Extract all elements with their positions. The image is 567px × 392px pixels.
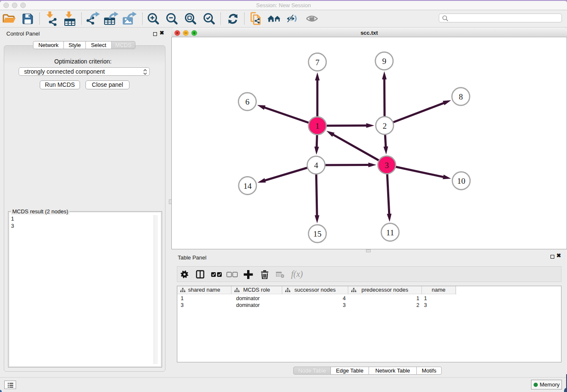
svg-text:1: 1	[315, 121, 319, 130]
svg-text:2: 2	[383, 121, 387, 130]
svg-text:6: 6	[245, 97, 250, 106]
svg-text:7: 7	[315, 58, 319, 67]
svg-text:3: 3	[385, 161, 389, 170]
svg-text:14: 14	[243, 182, 252, 190]
svg-text:11: 11	[386, 228, 394, 237]
svg-text:10: 10	[457, 177, 465, 185]
svg-text:4: 4	[314, 161, 318, 170]
svg-text:8: 8	[459, 92, 463, 101]
svg-text:9: 9	[382, 57, 386, 66]
svg-text:15: 15	[313, 229, 322, 238]
